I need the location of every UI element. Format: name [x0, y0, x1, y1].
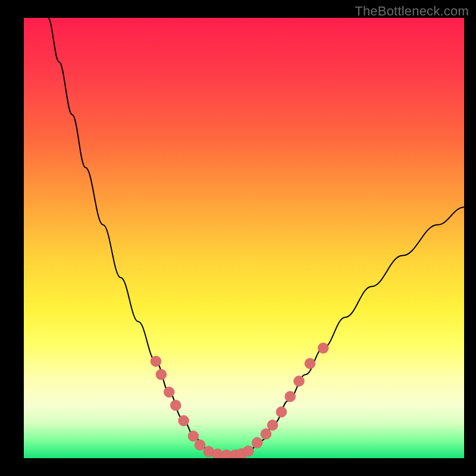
data-dots: [151, 343, 328, 458]
data-dot: [305, 358, 315, 369]
data-dot: [151, 356, 161, 367]
data-dot: [164, 387, 174, 397]
data-dot: [170, 400, 181, 411]
chart-svg: [24, 18, 464, 458]
data-dot: [195, 440, 205, 450]
data-dot: [294, 376, 305, 387]
data-dot: [318, 343, 328, 353]
data-dot: [178, 415, 189, 426]
watermark-text: TheBottleneck.com: [355, 4, 469, 19]
data-dot: [267, 420, 278, 431]
bottleneck-curve: [48, 18, 464, 455]
data-dot: [188, 431, 199, 441]
data-dot: [252, 437, 262, 448]
data-dot: [285, 391, 296, 402]
data-dot: [156, 369, 167, 380]
data-dot: [276, 406, 287, 417]
data-dot: [243, 446, 253, 456]
data-dot: [261, 428, 271, 439]
chart-frame: TheBottleneck.com: [0, 0, 476, 476]
